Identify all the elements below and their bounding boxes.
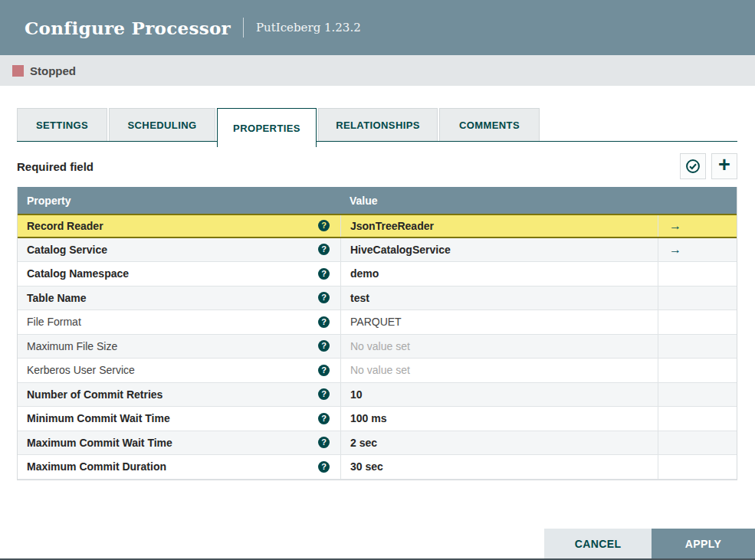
title-divider	[243, 18, 244, 38]
go-to-service-cell	[658, 455, 737, 479]
apply-button[interactable]: APPLY	[652, 529, 755, 558]
column-header-property: Property	[18, 195, 340, 207]
tab-relationships[interactable]: RELATIONSHIPS	[318, 108, 438, 141]
question-icon[interactable]: ?	[318, 292, 330, 303]
property-value-cell[interactable]: No value set	[340, 359, 658, 382]
question-icon[interactable]: ?	[318, 244, 330, 255]
go-to-service-cell	[658, 431, 737, 455]
property-value: No value set	[350, 340, 410, 352]
property-value-cell[interactable]: 2 sec	[340, 431, 658, 455]
property-name-cell: Number of Commit Retries?	[18, 383, 340, 407]
add-property-button[interactable]: +	[711, 153, 737, 179]
property-row[interactable]: Maximum File Size?No value set	[18, 335, 737, 359]
property-value: 10	[350, 388, 363, 401]
go-to-service-cell	[658, 407, 737, 431]
property-row[interactable]: Maximum Commit Duration?30 sec	[18, 455, 737, 480]
property-value-cell[interactable]: No value set	[340, 335, 658, 359]
property-value-cell[interactable]: 10	[340, 383, 658, 407]
column-header-value: Value	[340, 195, 658, 207]
property-value-cell[interactable]: PARQUET	[340, 310, 658, 334]
property-name-cell: Maximum Commit Wait Time?	[18, 431, 340, 455]
required-field-label: Required field	[17, 160, 94, 173]
tab-label: COMMENTS	[459, 120, 520, 131]
property-value: test	[350, 292, 369, 304]
question-icon[interactable]: ?	[318, 365, 330, 376]
property-name: Minimum Commit Wait Time	[27, 412, 170, 424]
tab-label: SETTINGS	[36, 120, 88, 131]
property-name: Number of Commit Retries	[27, 388, 162, 401]
question-icon[interactable]: ?	[318, 220, 330, 231]
question-icon[interactable]: ?	[318, 340, 330, 352]
property-row[interactable]: Number of Commit Retries?10	[18, 383, 737, 408]
property-value: 2 sec	[350, 437, 377, 449]
dialog-content: SETTINGSSCHEDULINGPROPERTIESRELATIONSHIP…	[0, 102, 755, 480]
go-to-service-cell	[658, 287, 737, 310]
property-value: No value set	[350, 364, 410, 376]
property-value-cell[interactable]: demo	[340, 262, 658, 286]
tab-label: SCHEDULING	[128, 120, 197, 131]
toolbar-buttons: +	[680, 153, 737, 179]
property-name: Catalog Namespace	[27, 267, 129, 280]
property-name-cell: Maximum Commit Duration?	[18, 455, 340, 479]
property-name-cell: Catalog Service?	[18, 238, 340, 262]
arrow-right-icon[interactable]: →	[669, 243, 681, 257]
property-value-cell[interactable]: test	[340, 287, 658, 310]
dialog-header: Configure Processor PutIceberg 1.23.2	[0, 0, 755, 55]
question-icon[interactable]: ?	[318, 388, 330, 400]
property-name: Table Name	[27, 292, 87, 304]
processor-name-version: PutIceberg 1.23.2	[256, 21, 361, 34]
property-value: JsonTreeReader	[350, 220, 434, 232]
property-name: Maximum File Size	[27, 340, 117, 352]
tab-scheduling[interactable]: SCHEDULING	[109, 108, 215, 141]
property-row[interactable]: Catalog Service?HiveCatalogService→	[18, 238, 737, 263]
property-row[interactable]: Maximum Commit Wait Time?2 sec	[18, 431, 737, 456]
go-to-service-cell	[658, 262, 737, 286]
property-value-cell[interactable]: 100 ms	[340, 407, 658, 431]
question-icon[interactable]: ?	[318, 437, 330, 448]
property-row[interactable]: Kerberos User Service?No value set	[18, 359, 737, 383]
property-name-cell: Maximum File Size?	[18, 335, 340, 359]
property-name-cell: Record Reader?	[18, 215, 340, 237]
configure-processor-dialog: Configure Processor PutIceberg 1.23.2 St…	[0, 0, 755, 560]
property-name: Record Reader	[27, 220, 103, 232]
question-icon[interactable]: ?	[318, 316, 330, 328]
tab-properties[interactable]: PROPERTIES	[217, 108, 317, 147]
plus-icon: +	[718, 155, 730, 175]
property-row[interactable]: Record Reader?JsonTreeReader→	[18, 214, 737, 238]
property-row[interactable]: Minimum Commit Wait Time?100 ms	[18, 407, 737, 431]
arrow-right-icon[interactable]: →	[669, 219, 681, 233]
go-to-service-cell: →	[658, 238, 737, 262]
properties-table: Property Value Record Reader?JsonTreeRea…	[17, 187, 737, 480]
go-to-service-cell: →	[658, 215, 737, 237]
question-icon[interactable]: ?	[318, 461, 330, 473]
tab-comments[interactable]: COMMENTS	[439, 108, 540, 141]
property-name-cell: Table Name?	[18, 287, 340, 310]
cancel-button[interactable]: CANCEL	[544, 529, 652, 558]
verify-properties-button[interactable]	[680, 153, 706, 179]
property-name: Maximum Commit Wait Time	[27, 437, 172, 449]
property-row[interactable]: Table Name?test	[18, 287, 737, 311]
property-value: demo	[350, 267, 379, 280]
tab-bar: SETTINGSSCHEDULINGPROPERTIESRELATIONSHIP…	[17, 102, 737, 142]
property-name: Catalog Service	[27, 244, 107, 256]
property-value-cell[interactable]: 30 sec	[340, 455, 658, 479]
tab-settings[interactable]: SETTINGS	[17, 108, 107, 141]
property-name-cell: Catalog Namespace?	[18, 262, 340, 286]
question-icon[interactable]: ?	[318, 268, 330, 280]
question-icon[interactable]: ?	[318, 413, 330, 424]
property-row[interactable]: Catalog Namespace?demo	[18, 262, 737, 287]
tab-label: PROPERTIES	[233, 123, 300, 134]
page-title: Configure Processor	[25, 18, 231, 38]
property-value-cell[interactable]: JsonTreeReader	[340, 215, 658, 237]
dialog-footer: CANCEL APPLY	[544, 529, 755, 558]
property-name-cell: Kerberos User Service?	[18, 359, 340, 382]
property-row[interactable]: File Format?PARQUET	[18, 310, 737, 335]
table-body: Record Reader?JsonTreeReader→Catalog Ser…	[18, 214, 737, 480]
property-value-cell[interactable]: HiveCatalogService	[340, 238, 658, 262]
tab-label: RELATIONSHIPS	[336, 120, 420, 131]
property-name: Maximum Commit Duration	[27, 460, 166, 473]
status-label: Stopped	[30, 64, 76, 77]
check-circle-icon	[685, 159, 701, 174]
property-name-cell: File Format?	[18, 310, 340, 334]
properties-toolbar: Required field +	[17, 153, 737, 179]
